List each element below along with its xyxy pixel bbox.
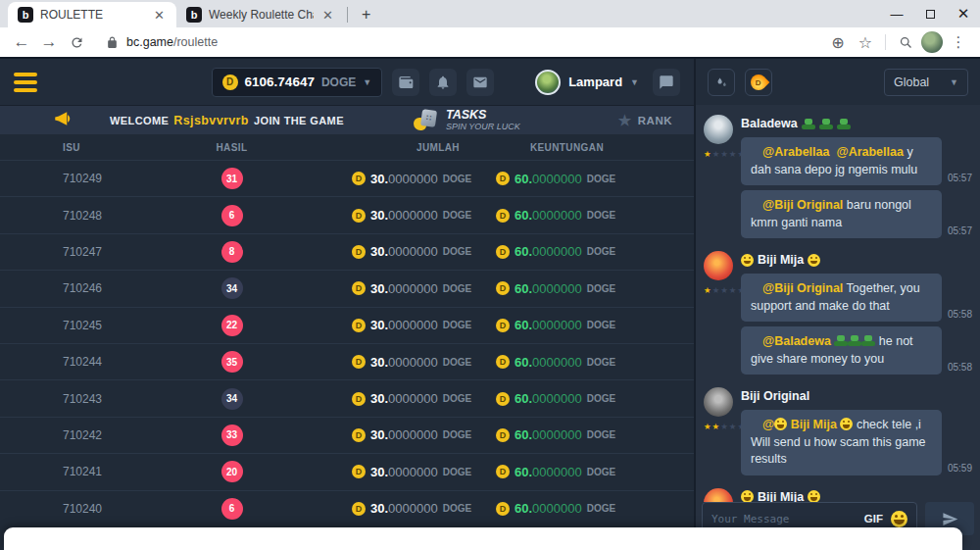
mention[interactable]: @Biji Original bbox=[762, 281, 843, 295]
round-id: 710244 bbox=[63, 355, 161, 369]
doge-coin-icon: D bbox=[496, 392, 510, 406]
round-id: 710249 bbox=[63, 172, 161, 185]
doge-coin-icon: D bbox=[496, 502, 510, 516]
table-row[interactable]: 710246 34 D30.0000000DOGE D60.0000000DOG… bbox=[0, 270, 694, 306]
tab-weekly-challenge[interactable]: b Weekly Roulette Challenge - Win ✕ bbox=[176, 2, 345, 27]
round-id: 710243 bbox=[63, 392, 161, 406]
grin-emoji bbox=[774, 418, 787, 430]
chat-username[interactable]: Baladewa bbox=[741, 115, 972, 132]
result-badge: 20 bbox=[221, 461, 243, 482]
reload-icon[interactable] bbox=[65, 30, 88, 54]
avatar[interactable] bbox=[704, 251, 733, 280]
chat-message: ★★★★★ Baladewa @Arabellaa @Arabellaa y d… bbox=[704, 115, 972, 238]
forward-icon[interactable]: → bbox=[37, 30, 61, 54]
user-menu[interactable]: Lampard ▼ bbox=[535, 70, 639, 95]
rain-icon bbox=[714, 75, 729, 89]
doge-coin-icon: D bbox=[352, 319, 366, 332]
tab-title: ROULETTE bbox=[40, 8, 145, 22]
wallet-button[interactable] bbox=[392, 69, 419, 96]
results-table: ISU HASIL JUMLAH KEUNTUNGAN 710249 31 D3… bbox=[0, 134, 694, 550]
tasks-link[interactable]: ∷ TASKS SPIN YOUR LUCK bbox=[414, 109, 520, 132]
result-badge: 31 bbox=[221, 168, 243, 189]
maximize-button[interactable] bbox=[913, 0, 947, 27]
mention[interactable]: Biji Mija bbox=[791, 418, 837, 431]
chat-bubble: @Biji Original baru nongol kmrn ganti na… bbox=[741, 190, 942, 238]
browser-profile-avatar[interactable] bbox=[921, 31, 943, 53]
round-id: 710247 bbox=[63, 245, 161, 259]
tab-roulette[interactable]: b ROULETTE ✕ bbox=[8, 2, 176, 27]
timestamp: 05:57 bbox=[948, 225, 972, 238]
table-row[interactable]: 710249 31 D30.0000000DOGE D60.0000000DOG… bbox=[0, 160, 694, 196]
couch-emoji bbox=[861, 335, 875, 346]
address-bar[interactable]: bc.game/roulette bbox=[106, 35, 822, 49]
chat-room-select[interactable]: Global ▼ bbox=[884, 69, 968, 96]
hamburger-menu-icon[interactable] bbox=[14, 73, 37, 92]
paper-plane-icon bbox=[942, 511, 958, 527]
avatar[interactable] bbox=[704, 387, 733, 417]
table-row[interactable]: 710241 20 D30.0000000DOGE D60.0000000DOG… bbox=[0, 453, 694, 489]
mention[interactable]: @Arabellaa bbox=[762, 145, 829, 159]
messages-button[interactable] bbox=[466, 69, 494, 96]
avatar[interactable] bbox=[704, 115, 733, 144]
chat-bubble: @ Biji Mija check tele ,i Will send u ho… bbox=[741, 410, 942, 475]
url-path: /roulette bbox=[173, 35, 218, 49]
back-icon[interactable]: ← bbox=[10, 30, 33, 54]
table-row[interactable]: 710243 34 D30.0000000DOGE D60.0000000DOG… bbox=[0, 379, 694, 416]
table-row[interactable]: 710245 22 D30.0000000DOGE D60.0000000DOG… bbox=[0, 307, 694, 343]
browser-menu-icon[interactable]: ⋮ bbox=[947, 30, 970, 54]
bookmark-star-icon[interactable]: ☆ bbox=[854, 30, 877, 54]
doge-coin-icon: D bbox=[352, 428, 366, 442]
result-badge: 8 bbox=[221, 241, 243, 263]
mention[interactable]: @Baladewa bbox=[762, 334, 831, 348]
chat-username[interactable]: Biji Mija bbox=[741, 251, 972, 269]
mention[interactable]: @Arabellaa bbox=[836, 145, 903, 159]
chevron-down-icon: ▼ bbox=[950, 77, 958, 87]
table-row[interactable]: 710242 33 D30.0000000DOGE D60.0000000DOG… bbox=[0, 417, 694, 453]
megaphone-icon bbox=[53, 110, 71, 131]
gif-button[interactable]: GIF bbox=[864, 513, 883, 525]
rank-link[interactable]: ★ RANK bbox=[618, 112, 672, 129]
search-icon[interactable] bbox=[894, 30, 917, 54]
bottom-popup[interactable] bbox=[4, 527, 962, 550]
new-tab-button[interactable]: + bbox=[354, 6, 378, 24]
result-badge: 35 bbox=[221, 351, 243, 373]
coindrop-icon: D bbox=[748, 71, 770, 93]
table-row[interactable]: 710247 8 D30.0000000DOGE D60.0000000DOGE bbox=[0, 233, 694, 270]
minimize-button[interactable]: — bbox=[880, 0, 913, 27]
grin-emoji bbox=[741, 490, 754, 502]
chat-bubble: @Arabellaa @Arabellaa y dah sana depo jg… bbox=[741, 137, 942, 185]
tasks-gift-icon: ∷ bbox=[414, 110, 437, 131]
doge-coin-icon: D bbox=[496, 172, 510, 185]
chat-username[interactable]: Biji Mija bbox=[741, 488, 972, 503]
bell-icon bbox=[435, 75, 451, 90]
coindrop-button[interactable]: D bbox=[745, 69, 772, 96]
table-row[interactable]: 710240 6 D30.0000000DOGE D60.0000000DOGE bbox=[0, 490, 694, 526]
table-row[interactable]: 710244 35 D30.0000000DOGE D60.0000000DOG… bbox=[0, 343, 694, 379]
rain-button[interactable] bbox=[708, 69, 735, 96]
close-button[interactable]: ✕ bbox=[947, 0, 980, 27]
table-header: ISU HASIL JUMLAH KEUNTUNGAN bbox=[0, 134, 694, 160]
chat-username[interactable]: Biji Original bbox=[741, 387, 972, 405]
emoji-picker-icon[interactable] bbox=[891, 511, 907, 527]
tab-close-icon[interactable]: ✕ bbox=[320, 9, 335, 22]
mention[interactable]: @ bbox=[762, 418, 774, 431]
chat-toggle-button[interactable] bbox=[653, 69, 680, 96]
notifications-button[interactable] bbox=[429, 69, 457, 96]
chevron-down-icon: ▼ bbox=[630, 77, 639, 87]
tab-close-icon[interactable]: ✕ bbox=[152, 9, 167, 22]
tasks-subtitle: SPIN YOUR LUCK bbox=[446, 122, 520, 131]
avatar[interactable] bbox=[704, 488, 733, 503]
balance-selector[interactable]: D 6106.74647 DOGE ▼ bbox=[212, 68, 383, 97]
mention[interactable]: @Biji Original bbox=[762, 198, 843, 212]
balance-amount: 6106.74647 bbox=[245, 75, 315, 89]
message-input[interactable] bbox=[711, 513, 857, 525]
zoom-page-icon[interactable]: ⊕ bbox=[826, 30, 850, 54]
wallet-icon bbox=[398, 75, 414, 90]
rank-label: RANK bbox=[638, 115, 672, 126]
welcomed-username: Rsjsbvvrvrb bbox=[173, 114, 249, 127]
couch-emoji bbox=[819, 119, 833, 129]
chat-messages: ★★★★★ Baladewa @Arabellaa @Arabellaa y d… bbox=[696, 105, 980, 502]
browser-toolbar: ← → bc.game/roulette ⊕ ☆ ⋮ bbox=[0, 27, 980, 57]
doge-coin-icon: D bbox=[352, 245, 366, 259]
table-row[interactable]: 710248 6 D30.0000000DOGE D60.0000000DOGE bbox=[0, 196, 694, 232]
